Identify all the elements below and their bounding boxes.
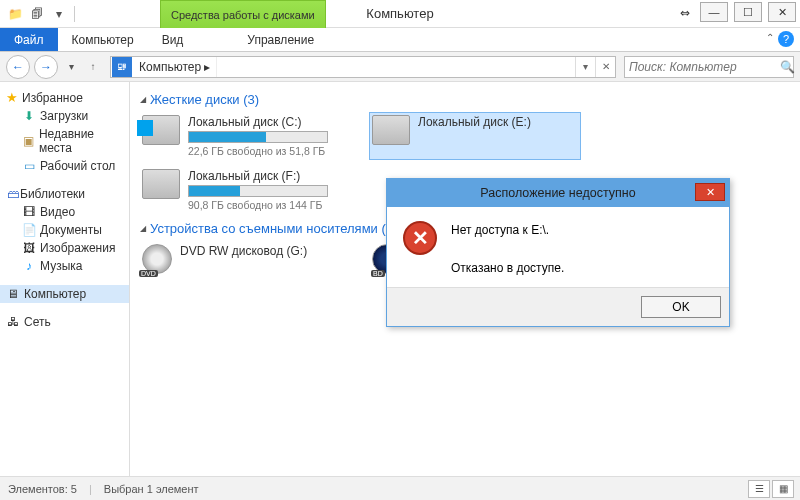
sidebar-libraries[interactable]: 🗃Библиотеки (0, 185, 129, 203)
drive-label: Локальный диск (C:) (188, 115, 328, 129)
search-box[interactable]: 🔍 (624, 56, 794, 78)
sidebar-item-recent[interactable]: ▣Недавние места (0, 125, 129, 157)
computer-icon: 🖥 (6, 287, 20, 301)
video-icon: 🎞 (22, 205, 36, 219)
recent-dropdown[interactable]: ▾ (62, 58, 80, 76)
minimize-button[interactable]: ― (700, 2, 728, 22)
drive-g-dvd[interactable]: DVD RW дисковод (G:) (140, 242, 350, 276)
dialog-line2: Отказано в доступе. (451, 259, 564, 278)
separator (74, 6, 75, 22)
libraries-icon: 🗃 (6, 187, 20, 201)
sidebar-item-network[interactable]: 🖧Сеть (0, 313, 129, 331)
drive-label: DVD RW дисковод (G:) (180, 244, 307, 258)
status-bar: Элементов: 5 | Выбран 1 элемент ☰ ▦ (0, 476, 800, 500)
refresh-icon[interactable]: ✕ (595, 57, 615, 77)
drive-icon (372, 115, 410, 145)
breadcrumb[interactable]: Компьютер ▸ (133, 57, 217, 77)
fullscreen-icon[interactable]: ⇔ (680, 6, 690, 20)
tab-file[interactable]: Файл (0, 28, 58, 51)
quick-access-toolbar: 📁 🗐 ▾ (0, 0, 83, 27)
dvd-icon (142, 244, 172, 274)
sidebar-item-documents[interactable]: 📄Документы (0, 221, 129, 239)
recent-icon: ▣ (22, 134, 35, 148)
back-button[interactable]: ← (6, 55, 30, 79)
drive-e[interactable]: Локальный диск (E:) (370, 113, 580, 159)
desktop-icon: ▭ (22, 159, 36, 173)
search-icon[interactable]: 🔍 (780, 60, 795, 74)
star-icon: ★ (6, 90, 18, 105)
dialog-line1: Нет доступа к E:\. (451, 221, 564, 240)
dialog-title-text: Расположение недоступно (480, 186, 635, 200)
tab-view[interactable]: Вид (148, 28, 198, 51)
error-dialog: Расположение недоступно ✕ ✕ Нет доступа … (386, 178, 730, 327)
group-hard-disks[interactable]: Жесткие диски (3) (140, 92, 790, 107)
drive-icon (142, 169, 180, 199)
ok-button[interactable]: OK (641, 296, 721, 318)
title-bar: 📁 🗐 ▾ Средства работы с дисками Компьюте… (0, 0, 800, 28)
sidebar-item-desktop[interactable]: ▭Рабочий стол (0, 157, 129, 175)
drive-f[interactable]: Локальный диск (F:) 90,8 ГБ свободно из … (140, 167, 350, 213)
sidebar-favorites[interactable]: ★Избранное (0, 88, 129, 107)
network-icon: 🖧 (6, 315, 20, 329)
navigation-pane: ★Избранное ⬇Загрузки ▣Недавние места ▭Ра… (0, 82, 130, 480)
tab-manage[interactable]: Управление (233, 28, 328, 51)
address-bar[interactable]: 🖳 Компьютер ▸ ▾ ✕ (110, 56, 616, 78)
maximize-button[interactable]: ☐ (734, 2, 762, 22)
chevron-down-icon[interactable]: ⌃ (766, 32, 774, 43)
document-icon: 📄 (22, 223, 36, 237)
forward-button[interactable]: → (34, 55, 58, 79)
help-icon[interactable]: ? (778, 31, 794, 47)
view-details-button[interactable]: ☰ (748, 480, 770, 498)
dropdown-icon[interactable]: ▾ (50, 5, 68, 23)
download-icon: ⬇ (22, 109, 36, 123)
tab-computer[interactable]: Компьютер (58, 28, 148, 51)
address-dropdown-icon[interactable]: ▾ (575, 57, 595, 77)
sidebar-item-videos[interactable]: 🎞Видео (0, 203, 129, 221)
sidebar-libraries-label: Библиотеки (20, 187, 85, 201)
window-controls: ― ☐ ✕ (700, 2, 796, 22)
sidebar-item-downloads[interactable]: ⬇Загрузки (0, 107, 129, 125)
dialog-titlebar[interactable]: Расположение недоступно ✕ (387, 179, 729, 207)
picture-icon: 🖼 (22, 241, 36, 255)
close-button[interactable]: ✕ (768, 2, 796, 22)
drive-c[interactable]: Локальный диск (C:) 22,6 ГБ свободно из … (140, 113, 350, 159)
sidebar-favorites-label: Избранное (22, 91, 83, 105)
status-selection: Выбран 1 элемент (104, 483, 199, 495)
sidebar-item-music[interactable]: ♪Музыка (0, 257, 129, 275)
separator: | (89, 483, 92, 495)
search-input[interactable] (629, 60, 780, 74)
drive-label: Локальный диск (F:) (188, 169, 328, 183)
view-icons-button[interactable]: ▦ (772, 480, 794, 498)
computer-icon: 🖳 (112, 57, 132, 77)
status-item-count: Элементов: 5 (8, 483, 77, 495)
usage-bar (188, 131, 328, 143)
dialog-close-button[interactable]: ✕ (695, 183, 725, 201)
music-icon: ♪ (22, 259, 36, 273)
sidebar-item-pictures[interactable]: 🖼Изображения (0, 239, 129, 257)
ribbon-tabs: Файл Компьютер Вид Управление ⌃ ? (0, 28, 800, 52)
drive-freespace: 90,8 ГБ свободно из 144 ГБ (188, 199, 328, 211)
drive-icon (142, 115, 180, 145)
breadcrumb-label: Компьютер (139, 60, 201, 74)
drive-label: Локальный диск (E:) (418, 115, 531, 129)
error-icon: ✕ (403, 221, 437, 255)
navigation-bar: ← → ▾ ↑ 🖳 Компьютер ▸ ▾ ✕ 🔍 (0, 52, 800, 82)
drive-freespace: 22,6 ГБ свободно из 51,8 ГБ (188, 145, 328, 157)
contextual-tab-label: Средства работы с дисками (160, 0, 326, 28)
up-button[interactable]: ↑ (84, 58, 102, 76)
usage-bar (188, 185, 328, 197)
sidebar-item-computer[interactable]: 🖥Компьютер (0, 285, 129, 303)
dialog-message: Нет доступа к E:\. Отказано в доступе. (451, 221, 564, 279)
properties-icon[interactable]: 🗐 (28, 5, 46, 23)
folder-icon: 📁 (6, 5, 24, 23)
